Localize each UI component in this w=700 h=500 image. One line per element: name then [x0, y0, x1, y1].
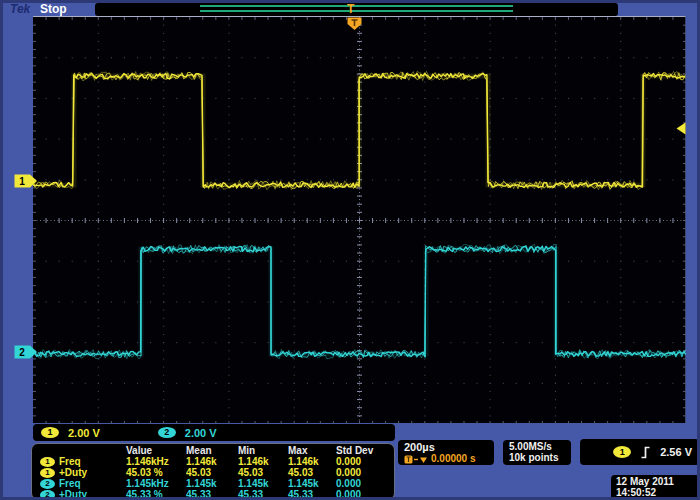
timebase-readout[interactable]: 200µs 0.00000 s: [398, 440, 494, 465]
measurements-panel: Value Mean Min Max Std Dev 1 Freq 1.146k…: [31, 443, 395, 500]
col-header-value: Value: [126, 445, 186, 456]
measurement-min: 1.146k: [238, 456, 288, 467]
measurement-value: 45.03 %: [126, 467, 186, 478]
ch2-position-marker[interactable]: 2: [14, 345, 38, 359]
measurement-max: 45.03: [288, 467, 336, 478]
ch2-badge: 2: [40, 490, 55, 500]
ch1-badge[interactable]: 1: [41, 427, 59, 438]
timebase-scale: 200µs: [404, 441, 494, 453]
rising-edge-icon: [640, 446, 651, 459]
measurement-value: 1.145kHz: [126, 478, 186, 489]
record-view-line: [200, 10, 513, 12]
measurement-name: Freq: [59, 478, 81, 489]
graticule: [33, 16, 686, 423]
record-length: 10k points: [509, 452, 571, 463]
ch1-badge: 1: [40, 468, 55, 478]
measurement-row-label[interactable]: 1 +Duty: [36, 467, 126, 478]
trigger-readout[interactable]: 1 2.56 V: [580, 439, 699, 465]
measurement-max: 1.146k: [288, 456, 336, 467]
waveforms: [33, 17, 686, 424]
measurement-value: 45.33 %: [126, 489, 186, 500]
trigger-position-marker-icon[interactable]: [347, 17, 362, 31]
measurement-row-label[interactable]: 2 Freq: [36, 478, 126, 489]
col-header-stddev: Std Dev: [336, 445, 394, 456]
acquisition-readout[interactable]: 5.00MS/s 10k points: [503, 440, 571, 465]
datetime-readout: 12 May 2011 14:50:52: [611, 475, 700, 500]
oscilloscope-screen: Tek Stop T 1 2 1 2.00 V 2 2.00 V Value: [0, 0, 700, 500]
sample-rate: 5.00MS/s: [509, 441, 571, 452]
tek-logo: Tek: [10, 2, 30, 16]
horizontal-position: 0.00000 s: [431, 453, 476, 465]
ch1-position-marker[interactable]: 1: [14, 174, 38, 188]
t-arrow-icon: [404, 455, 428, 464]
record-view-bar[interactable]: T: [95, 3, 618, 16]
ch2-badge: 2: [40, 479, 55, 489]
measurement-mean: 1.146k: [186, 456, 238, 467]
col-header-mean: Mean: [186, 445, 238, 456]
measurement-name: Freq: [59, 456, 81, 467]
measurement-name: +Duty: [59, 489, 87, 500]
ch1-badge: 1: [40, 457, 55, 467]
measurement-stddev: 0.000: [336, 478, 394, 489]
measurement-value: 1.146kHz: [126, 456, 186, 467]
measurement-row-label[interactable]: 2 +Duty: [36, 489, 126, 500]
trigger-marker-t[interactable]: T: [347, 3, 354, 16]
measurement-min: 1.145k: [238, 478, 288, 489]
measurement-stddev: 0.000: [336, 467, 394, 478]
trigger-source-badge: 1: [613, 446, 631, 458]
ch2-badge[interactable]: 2: [158, 427, 176, 438]
trigger-level-readout: 2.56 V: [660, 446, 692, 458]
col-header-max: Max: [288, 445, 336, 456]
ch1-scale-readout[interactable]: 2.00 V: [68, 427, 100, 439]
channel-scale-bar: 1 2.00 V 2 2.00 V: [33, 424, 395, 441]
measurement-stddev: 0.000: [336, 456, 394, 467]
measurement-max: 45.33: [288, 489, 336, 500]
col-header-min: Min: [238, 445, 288, 456]
svg-text:1: 1: [19, 176, 25, 187]
record-view-line: [200, 5, 513, 7]
date-text: 12 May 2011: [616, 476, 700, 487]
measurement-stddev: 0.000: [336, 489, 394, 500]
measurement-mean: 1.145k: [186, 478, 238, 489]
measurement-row-label[interactable]: 1 Freq: [36, 456, 126, 467]
ch2-scale-readout[interactable]: 2.00 V: [185, 427, 217, 439]
measurements-table: Value Mean Min Max Std Dev 1 Freq 1.146k…: [36, 445, 394, 500]
time-text: 14:50:52: [616, 487, 700, 498]
measurement-min: 45.03: [238, 467, 288, 478]
measurement-mean: 45.33: [186, 489, 238, 500]
col-header-blank: [36, 445, 126, 456]
measurement-name: +Duty: [59, 467, 87, 478]
measurement-min: 45.33: [238, 489, 288, 500]
measurement-max: 1.145k: [288, 478, 336, 489]
trigger-level-marker-icon[interactable]: [676, 122, 686, 135]
measurement-mean: 45.03: [186, 467, 238, 478]
svg-text:2: 2: [19, 347, 25, 358]
acquisition-status[interactable]: Stop: [40, 2, 67, 16]
